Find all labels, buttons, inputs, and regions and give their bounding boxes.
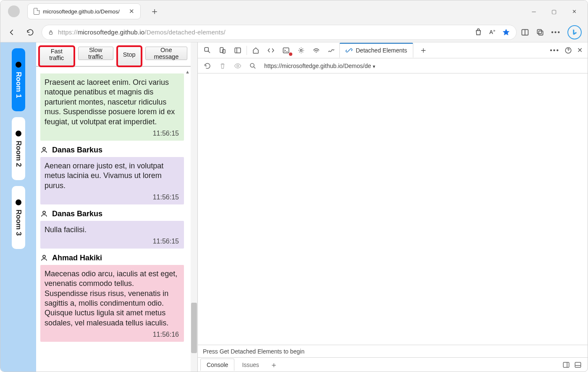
svg-rect-10 (235, 48, 241, 53)
drawer-tab-issues[interactable]: Issues (236, 359, 265, 371)
traffic-button-row: Fast traffic Slow traffic Stop One messa… (36, 42, 191, 67)
message-text: Maecenas odio arcu, iaculis at est eget,… (45, 269, 179, 328)
fast-traffic-button[interactable]: Fast traffic (39, 47, 74, 66)
devtools-frame-url[interactable]: https://microsoftedge.github.io/Demos/de… (264, 63, 376, 69)
url-box[interactable]: https://microsoftedge.github.io/Demos/de… (42, 25, 517, 40)
devtools-drawer: Console Issues ＋ (198, 357, 588, 372)
room-status-dot (16, 62, 21, 68)
performance-tool-icon[interactable] (324, 44, 339, 57)
browser-titlebar: microsoftedge.github.io/Demos/ ✕ ＋ (0, 0, 588, 22)
svg-point-12 (300, 49, 302, 51)
stop-button[interactable]: Stop (118, 47, 141, 66)
url-text: https://microsoftedge.github.io/Demos/de… (58, 29, 226, 36)
scrollbar-thumb[interactable] (191, 303, 197, 353)
tab-close-icon[interactable]: ✕ (127, 7, 136, 16)
devtools-status-text: Press Get Detached Elements to begin (203, 348, 304, 355)
tab-title: microsoftedge.github.io/Demos/ (43, 8, 124, 15)
message-author: Danas Barkus (52, 210, 102, 218)
message-text: Aenean ornare justo est, in volutpat met… (45, 161, 179, 191)
room-label: Room 1 (14, 72, 23, 98)
room-status-dot (16, 131, 21, 136)
sources-tool-icon[interactable] (294, 44, 308, 57)
chat-message: Ahmad Hakiki Maecenas odio arcu, iaculis… (40, 254, 184, 342)
read-aloud-icon[interactable]: A» (489, 29, 495, 35)
device-emulation-icon[interactable] (215, 44, 230, 57)
collections-icon[interactable] (536, 28, 544, 37)
drawer-add-tab-button[interactable]: ＋ (267, 360, 281, 370)
elements-tool-icon[interactable] (264, 44, 278, 57)
messages-list: ▲ Praesent ac laoreet enim. Orci varius … (36, 67, 191, 372)
room-label: Room 3 (14, 210, 23, 236)
shopping-icon[interactable] (474, 28, 483, 37)
svg-rect-2 (538, 29, 542, 34)
svg-point-14 (237, 65, 239, 67)
message-timestamp: 11:56:15 (45, 193, 179, 202)
devtools-pane: Detached Elements ＋ ••• ✕ https://micros… (198, 42, 588, 372)
window-controls (529, 8, 585, 15)
svg-rect-16 (563, 362, 569, 367)
svg-rect-11 (283, 48, 289, 53)
devtools-add-tab-button[interactable]: ＋ (417, 45, 430, 56)
svg-point-6 (43, 255, 45, 258)
search-icon[interactable] (247, 60, 259, 72)
welcome-tool-icon[interactable] (249, 44, 263, 57)
page-pane: Room 1 Room 2 Room 3 Fast traffic Slow t… (0, 42, 198, 372)
browser-address-bar: https://microsoftedge.github.io/Demos/de… (0, 22, 588, 42)
room-tab-2[interactable]: Room 2 (12, 117, 25, 180)
devtools-status-bar: Press Get Detached Elements to begin (198, 345, 588, 357)
bing-chat-icon[interactable] (567, 25, 582, 39)
chat-message: Danas Barkus Nulla facilisi. 11:56:15 (40, 210, 184, 249)
message-timestamp: 11:56:15 (45, 129, 179, 138)
split-screen-icon[interactable] (521, 28, 529, 37)
window-close-icon[interactable] (569, 8, 579, 15)
drawer-dock-icon[interactable] (562, 361, 570, 369)
new-tab-button[interactable]: ＋ (147, 7, 162, 16)
detached-elements-icon (346, 47, 352, 54)
devtools-tab-label: Detached Elements (356, 47, 407, 54)
one-message-button[interactable]: One message (145, 47, 187, 60)
slow-traffic-button[interactable]: Slow traffic (78, 47, 113, 60)
console-tool-icon[interactable] (279, 44, 293, 57)
devtools-more-icon[interactable]: ••• (550, 47, 559, 54)
devtools-toolbar: https://microsoftedge.github.io/Demos/de… (198, 58, 588, 73)
devtools-help-icon[interactable] (564, 47, 572, 54)
message-text: Praesent ac laoreet enim. Orci varius na… (45, 78, 179, 127)
favorite-star-icon[interactable] (502, 28, 510, 37)
delete-icon[interactable] (216, 60, 229, 72)
message-author: Ahmad Hakiki (52, 254, 102, 262)
drawer-tab-console[interactable]: Console (200, 359, 234, 371)
message-timestamp: 11:56:15 (45, 237, 179, 246)
drawer-collapse-icon[interactable] (574, 361, 582, 369)
browser-tab[interactable]: microsoftedge.github.io/Demos/ ✕ (27, 3, 141, 19)
dock-side-icon[interactable] (231, 44, 245, 57)
profile-avatar[interactable] (8, 5, 20, 17)
scroll-up-indicator: ▲ (185, 69, 190, 74)
avatar-icon (40, 146, 48, 154)
window-minimize-icon[interactable] (529, 8, 539, 15)
svg-rect-0 (50, 32, 52, 34)
devtools-close-icon[interactable]: ✕ (577, 46, 583, 54)
page-icon (34, 8, 39, 15)
inspect-element-icon[interactable] (200, 44, 215, 57)
refresh-detached-icon[interactable] (201, 60, 214, 72)
network-tool-icon[interactable] (309, 44, 323, 57)
detached-elements-tab[interactable]: Detached Elements (339, 43, 413, 58)
room-label: Room 2 (14, 141, 23, 167)
message-timestamp: 11:56:16 (45, 330, 179, 339)
eye-icon[interactable] (231, 60, 244, 72)
message-author: Danas Barkus (52, 146, 102, 155)
nav-refresh-button[interactable] (23, 25, 37, 39)
devtools-body (198, 73, 588, 345)
message-text: Nulla facilisi. (45, 225, 179, 235)
chat-message: Praesent ac laoreet enim. Orci varius na… (40, 73, 184, 141)
lock-icon (48, 29, 54, 36)
room-tab-3[interactable]: Room 3 (12, 186, 25, 249)
svg-rect-17 (575, 362, 581, 367)
room-tab-1[interactable]: Room 1 (12, 48, 25, 111)
page-scrollbar[interactable] (191, 42, 197, 372)
svg-rect-3 (539, 31, 543, 35)
window-maximize-icon[interactable] (549, 8, 559, 15)
chat-message: Danas Barkus Aenean ornare justo est, in… (40, 146, 184, 204)
nav-back-button[interactable] (5, 25, 19, 39)
more-menu-icon[interactable]: ••• (551, 29, 561, 36)
